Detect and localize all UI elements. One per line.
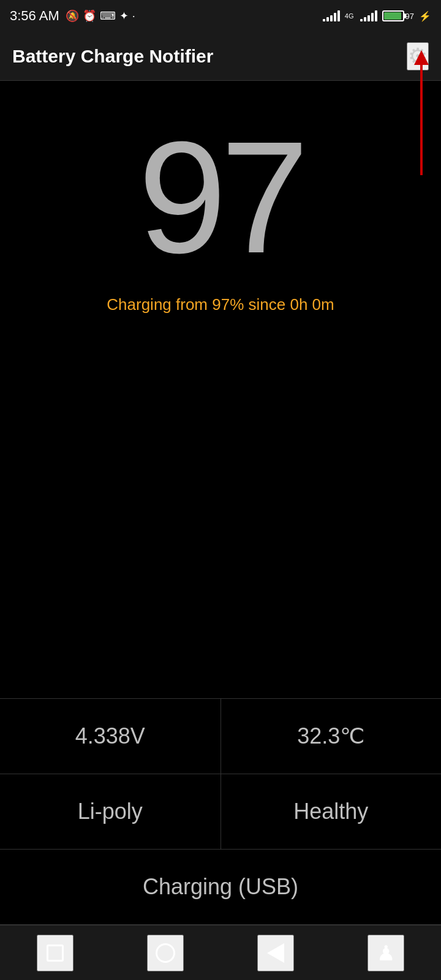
status-bar-right: 4G 97 ⚡ [323, 10, 431, 22]
4g-label: 4G [345, 12, 354, 20]
back-icon [267, 943, 284, 963]
signal-bar [323, 19, 325, 21]
nav-back-button[interactable] [257, 935, 294, 971]
status-bar-left: 3:56 AM 🔕 ⏰ ⌨ ✦ · [10, 8, 135, 24]
accessibility-icon: ♟ [377, 941, 395, 965]
signal-bar [368, 15, 370, 21]
battery-fill [384, 12, 402, 20]
status-icons: 🔕 ⏰ ⌨ ✦ · [66, 9, 135, 23]
dot-icon: · [132, 10, 135, 23]
home-icon [156, 943, 175, 963]
signal-bar [371, 13, 374, 21]
signal-bar [334, 13, 336, 21]
status-time: 3:56 AM [10, 8, 59, 24]
battery-indicator: 97 [382, 10, 414, 21]
nav-home-button[interactable] [147, 935, 184, 971]
signal-bar [337, 10, 340, 21]
voltage-cell: 4.338V [0, 699, 221, 774]
red-arrow-annotation [414, 50, 429, 175]
health-cell: Healthy [221, 774, 442, 849]
grid-row-2: Li-poly Healthy [0, 774, 441, 850]
recents-icon [47, 944, 64, 962]
nav-bar: ♟ [0, 925, 441, 980]
signal-bar [375, 10, 377, 21]
signal-bars-1 [323, 10, 340, 21]
battery-type-cell: Li-poly [0, 774, 221, 849]
signal-bars-2 [360, 10, 377, 21]
battery-info-grid: 4.338V 32.3℃ Li-poly Healthy Charging (U… [0, 698, 441, 925]
charging-status-text: Charging from 97% since 0h 0m [107, 295, 334, 314]
alarm-icon: ⏰ [83, 9, 96, 23]
silent-icon: 🔕 [66, 9, 79, 23]
app-title: Battery Charge Notifier [12, 46, 213, 67]
charging-bolt-icon: ⚡ [419, 10, 431, 22]
signal-bar [360, 19, 363, 21]
nav-accessibility-button[interactable]: ♟ [368, 935, 404, 971]
battery-box [382, 10, 404, 21]
battery-percentage-display: 97 [138, 118, 303, 277]
app-bar: Battery Charge Notifier ⚙ [0, 32, 441, 81]
grid-row-1: 4.338V 32.3℃ [0, 699, 441, 774]
signal-bar [326, 17, 329, 21]
signal-bar [330, 15, 333, 21]
arrow-shaft [420, 65, 423, 175]
usb-icon: ⌨ [100, 9, 116, 23]
grid-row-3: Charging (USB) [0, 850, 441, 925]
charging-type-cell: Charging (USB) [0, 850, 441, 924]
main-content: 97 Charging from 97% since 0h 0m 4.338V … [0, 81, 441, 925]
temperature-cell: 32.3℃ [221, 699, 442, 774]
nav-recents-button[interactable] [37, 935, 74, 971]
hand-icon: ✦ [119, 9, 129, 23]
signal-bar [364, 17, 366, 21]
status-bar: 3:56 AM 🔕 ⏰ ⌨ ✦ · 4G [0, 0, 441, 32]
arrow-head [414, 50, 429, 65]
battery-percent-text: 97 [405, 12, 414, 21]
